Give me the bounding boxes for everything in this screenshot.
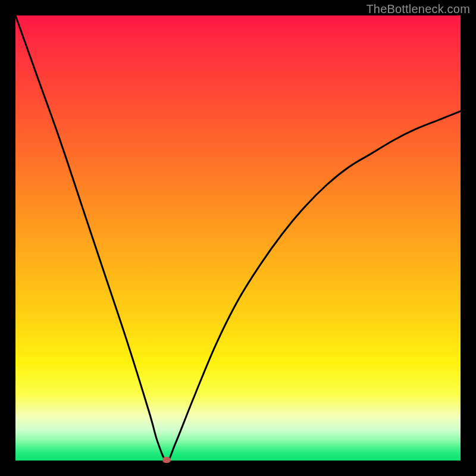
chart-frame: TheBottleneck.com: [0, 0, 476, 476]
bottleneck-curve: [15, 15, 461, 461]
minimum-marker: [162, 457, 171, 463]
watermark-text: TheBottleneck.com: [366, 2, 470, 16]
plot-area: [15, 15, 461, 461]
